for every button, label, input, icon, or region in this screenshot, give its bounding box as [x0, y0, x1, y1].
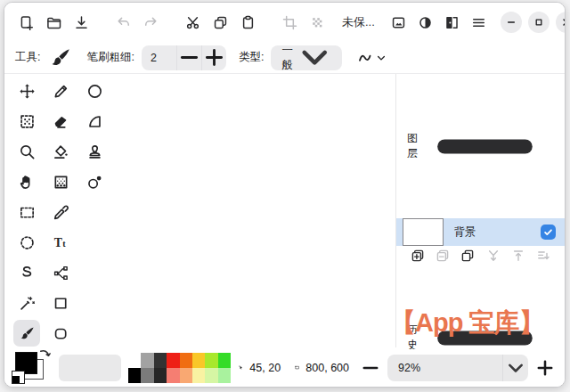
move-tool-button[interactable]: [13, 78, 40, 104]
palette-swatch[interactable]: [167, 368, 179, 383]
palette-swatch[interactable]: [192, 353, 205, 368]
layer-row-background[interactable]: 背景: [396, 218, 565, 246]
close-button[interactable]: [556, 12, 566, 33]
image-properties-button[interactable]: [387, 11, 411, 34]
path-icon: [53, 265, 69, 282]
brightness-contrast-button[interactable]: [414, 11, 437, 34]
pattern-select-tool-button[interactable]: [13, 108, 40, 135]
maximize-button[interactable]: [528, 12, 550, 33]
add-layer-button[interactable]: [408, 246, 428, 265]
hand-tool-button[interactable]: [13, 168, 40, 195]
ellipse-select-tool-button[interactable]: [13, 229, 40, 256]
text-tool-button[interactable]: Tt: [47, 229, 74, 256]
redo-icon: [143, 15, 159, 30]
close-icon: [560, 16, 566, 29]
palette-swatch[interactable]: [205, 368, 217, 383]
zoom-icon: [19, 143, 36, 160]
zoom-level-value: 92%: [398, 362, 420, 374]
eraser-tool-button[interactable]: [47, 108, 74, 135]
path-tool-button[interactable]: [47, 259, 74, 286]
check-icon: [542, 226, 554, 238]
brush-type-value: 一般: [281, 43, 293, 73]
rectangle-tool-button[interactable]: [47, 290, 74, 316]
new-image-button[interactable]: [14, 11, 37, 34]
remove-layer-icon: [436, 249, 450, 263]
minus-icon: [418, 79, 552, 214]
save-button[interactable]: [69, 11, 93, 34]
zoom-out-button[interactable]: [360, 357, 381, 379]
layer-visibility-checkbox[interactable]: [541, 225, 556, 240]
cursor-position-group: 45, 20 800, 600: [231, 362, 349, 374]
magic-wand-tool-button[interactable]: [13, 290, 40, 316]
open-button[interactable]: [42, 11, 65, 34]
brush-size-increase-button[interactable]: [201, 45, 226, 70]
canvas[interactable]: [110, 74, 395, 347]
circle-tool-button[interactable]: [81, 78, 108, 104]
arc-tool-button[interactable]: [81, 108, 108, 135]
redo-button: [139, 11, 162, 34]
cut-button[interactable]: [181, 11, 204, 34]
layers-panel-header: 图层: [396, 74, 565, 218]
window-controls: [494, 12, 566, 33]
raise-layer-button: [509, 246, 528, 265]
fullscreen-button[interactable]: [441, 11, 464, 34]
pencil-tool-button[interactable]: [47, 78, 74, 104]
brush-size-decrease-button[interactable]: [176, 45, 201, 70]
custom-color-button[interactable]: [59, 355, 121, 381]
minimize-button[interactable]: [501, 12, 522, 33]
zoom-level-select[interactable]: 92%: [387, 355, 528, 381]
palette-swatch[interactable]: [218, 368, 231, 383]
image-size: 800, 600: [305, 362, 349, 374]
palette-swatch[interactable]: [128, 368, 141, 383]
cut-icon: [185, 15, 200, 30]
stroke-shape-select[interactable]: [357, 49, 387, 67]
palette-swatch[interactable]: [192, 368, 205, 383]
duplicate-layer-button[interactable]: [458, 246, 477, 265]
squiggle-icon: [357, 49, 375, 67]
rect-select-tool-button[interactable]: [13, 199, 40, 225]
menu-button[interactable]: [468, 11, 491, 34]
lasso-tool-button[interactable]: [13, 259, 40, 286]
halftone-tool-button[interactable]: [47, 168, 74, 195]
rounded-rect-icon: [53, 325, 69, 342]
palette-swatch[interactable]: [141, 353, 153, 368]
fill-tool-button[interactable]: [47, 138, 74, 165]
cursor-position: 45, 20: [249, 362, 281, 374]
zoom-in-button[interactable]: [534, 357, 556, 379]
default-colors-button[interactable]: [12, 371, 25, 384]
layer-name: 背景: [454, 225, 530, 240]
scale-icon: [310, 15, 325, 30]
rounded-rect-tool-button[interactable]: [47, 320, 74, 347]
titlebar: 未保...: [4, 3, 565, 42]
palette-swatch[interactable]: [205, 353, 217, 368]
app-window: 未保... 工具: 笔刷粗细: 2 类型: 一般 Tt 图层: [4, 2, 566, 388]
pencil-icon: [53, 83, 69, 100]
paste-button[interactable]: [236, 11, 259, 34]
palette-swatch[interactable]: [180, 353, 192, 368]
palette-swatch[interactable]: [154, 353, 167, 368]
palette-swatch[interactable]: [180, 368, 192, 383]
brush-tool-button[interactable]: [13, 320, 40, 347]
brush-type-select[interactable]: 一般: [271, 45, 342, 70]
paste-icon: [240, 15, 256, 30]
active-tool-button[interactable]: [49, 46, 72, 69]
swap-colors-icon: [38, 348, 52, 362]
copy-button[interactable]: [208, 11, 232, 34]
palette-swatch[interactable]: [154, 368, 167, 383]
tool-options-toolbar: 工具: 笔刷粗细: 2 类型: 一般: [4, 42, 565, 74]
palette-swatch[interactable]: [167, 353, 179, 368]
tool-label: 工具:: [15, 50, 40, 65]
eyedropper-tool-button[interactable]: [47, 199, 74, 225]
brush-size-value[interactable]: 2: [142, 52, 176, 64]
shape-tool-button[interactable]: [81, 168, 108, 195]
palette-swatch[interactable]: [218, 353, 231, 368]
magic-wand-icon: [19, 295, 36, 312]
text-icon: Tt: [53, 234, 69, 251]
stamp-tool-button[interactable]: [81, 138, 108, 165]
zoom-tool-button[interactable]: [13, 138, 40, 165]
titlebar-right-actions: [387, 11, 566, 34]
color-swap-widget[interactable]: [13, 351, 51, 385]
palette-swatch[interactable]: [141, 368, 153, 383]
chevron-down-icon: [502, 355, 528, 381]
layers-collapse-button[interactable]: [418, 79, 552, 214]
